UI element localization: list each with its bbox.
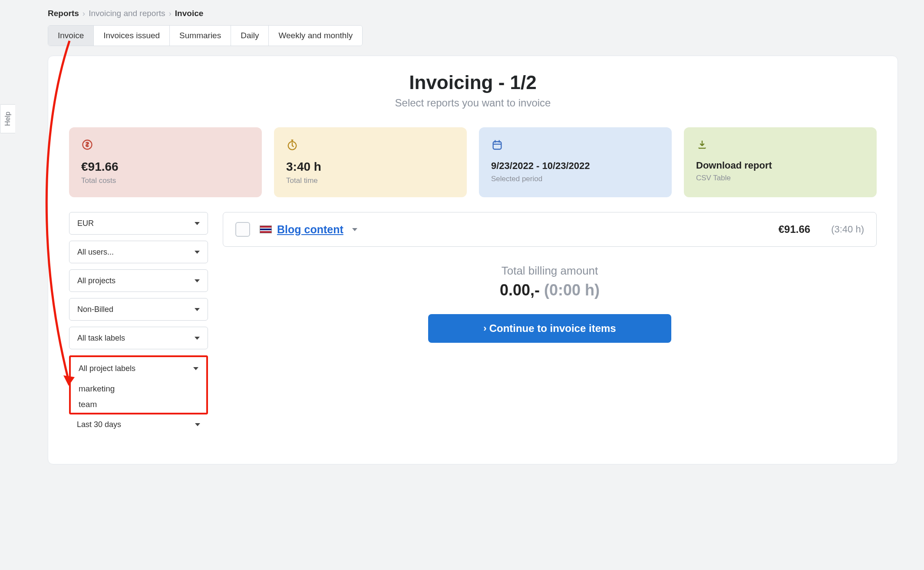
billing-summary: Total billing amount 0.00,- (0:00 h) › C… (223, 264, 877, 343)
caret-down-icon (195, 279, 200, 282)
stat-period-value: 9/23/2022 - 10/23/2022 (491, 160, 660, 172)
dollar-circle-icon (81, 139, 93, 151)
billing-label: Total billing amount (223, 264, 877, 278)
invoice-card: Invoicing - 1/2 Select reports you want … (48, 56, 898, 464)
stat-download-value: Download report (696, 160, 865, 171)
filter-project-labels[interactable]: All project labels (71, 357, 206, 380)
filter-billed[interactable]: Non-Billed (69, 298, 208, 321)
report-checkbox[interactable] (235, 222, 250, 237)
breadcrumb: Reports › Invoicing and reports › Invoic… (48, 9, 898, 18)
filter-projects[interactable]: All projects (69, 269, 208, 292)
stat-costs-value: €91.66 (81, 160, 250, 174)
billing-amount: 0.00,- (500, 281, 540, 299)
billing-time: (0:00 h) (544, 281, 600, 299)
chevron-right-icon: › (82, 9, 85, 18)
continue-button[interactable]: › Continue to invoice items (428, 314, 671, 343)
tab-summaries[interactable]: Summaries (170, 26, 231, 46)
caret-down-icon (195, 337, 200, 340)
stat-download[interactable]: Download report CSV Table (684, 127, 877, 197)
page-title: Invoicing - 1/2 (69, 72, 877, 93)
stat-period-label: Selected period (491, 175, 660, 183)
filter-currency-label: EUR (77, 219, 94, 228)
tab-invoice[interactable]: Invoice (48, 26, 94, 46)
chevron-right-icon: › (169, 9, 172, 18)
tab-daily[interactable]: Daily (231, 26, 269, 46)
filter-billed-label: Non-Billed (77, 305, 113, 314)
tab-invoices-issued[interactable]: Invoices issued (94, 26, 170, 46)
tab-weekly-monthly[interactable]: Weekly and monthly (269, 26, 362, 46)
report-row: Blog content €91.66 (3:40 h) (223, 212, 877, 247)
tabs: Invoice Invoices issued Summaries Daily … (48, 25, 363, 46)
continue-button-label: Continue to invoice items (489, 322, 616, 335)
stat-period[interactable]: 9/23/2022 - 10/23/2022 Selected period (479, 127, 672, 197)
report-name-label: Blog content (277, 223, 343, 236)
filter-project-labels-open: All project labels marketing team (69, 355, 208, 414)
caret-down-icon (352, 228, 357, 231)
stats-row: €91.66 Total costs 3:40 h Total time 9/2… (69, 127, 877, 197)
caret-down-icon (195, 222, 200, 225)
page-subtitle: Select reports you want to invoice (69, 97, 877, 109)
stat-costs: €91.66 Total costs (69, 127, 262, 197)
breadcrumb-root[interactable]: Reports (48, 9, 79, 18)
stat-time-value: 3:40 h (286, 160, 455, 174)
filters-column: EUR All users... All projects Non-Billed… (69, 212, 208, 438)
download-icon (696, 139, 708, 151)
report-time: (3:40 h) (831, 224, 864, 235)
svg-rect-2 (493, 142, 502, 149)
chevron-right-icon: › (483, 323, 486, 334)
help-tab[interactable]: Help (0, 104, 15, 133)
project-label-option-team[interactable]: team (71, 395, 206, 411)
project-label-option-marketing[interactable]: marketing (71, 380, 206, 395)
calendar-icon (491, 139, 503, 151)
flag-uk-icon (260, 225, 272, 233)
filter-task-labels[interactable]: All task labels (69, 327, 208, 349)
caret-down-icon (195, 251, 200, 254)
filter-project-labels-label: All project labels (79, 364, 135, 373)
filter-date-range-label: Last 30 days (77, 420, 121, 429)
caret-down-icon (195, 308, 200, 311)
filter-task-labels-label: All task labels (77, 334, 125, 343)
caret-down-icon (193, 367, 198, 370)
filter-users-label: All users... (77, 248, 114, 257)
caret-down-icon (195, 423, 200, 426)
stat-download-label: CSV Table (696, 174, 865, 182)
filter-projects-label: All projects (77, 276, 116, 285)
report-amount: €91.66 (779, 223, 810, 235)
stopwatch-icon (286, 139, 298, 151)
stat-costs-label: Total costs (81, 176, 250, 185)
filter-users[interactable]: All users... (69, 241, 208, 263)
report-link[interactable]: Blog content (260, 223, 357, 236)
stat-time-label: Total time (286, 176, 455, 185)
filter-currency[interactable]: EUR (69, 212, 208, 235)
filter-date-range[interactable]: Last 30 days (69, 414, 208, 432)
breadcrumb-mid[interactable]: Invoicing and reports (89, 9, 165, 18)
stat-time: 3:40 h Total time (274, 127, 467, 197)
breadcrumb-current: Invoice (175, 9, 203, 18)
